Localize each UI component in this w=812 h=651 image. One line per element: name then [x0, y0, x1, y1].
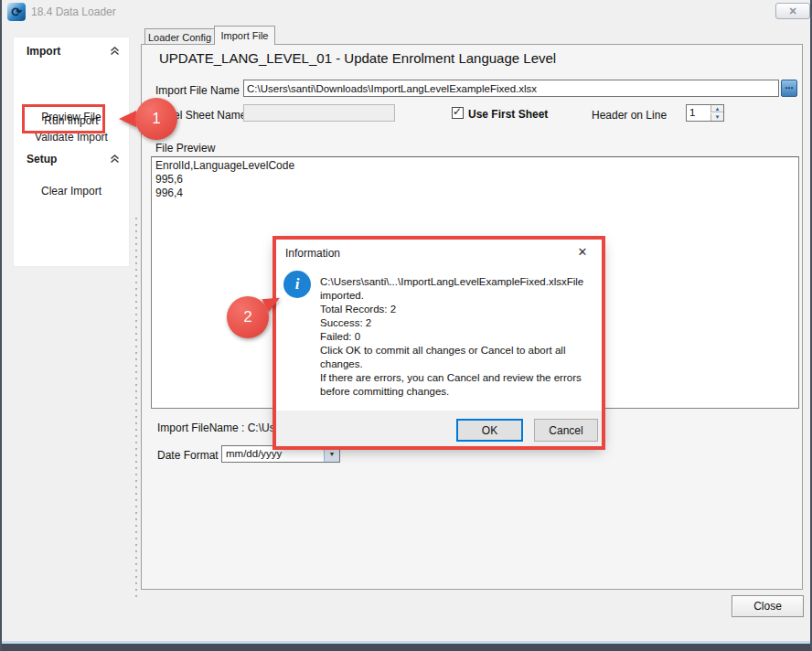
sidebar-group-import-header[interactable]: Import [14, 41, 129, 61]
sidebar-group-setup-header[interactable]: Setup [14, 149, 129, 169]
sidebar: Import Preview File Validate Import Run … [13, 37, 130, 267]
callout-tip [119, 111, 136, 127]
collapse-chevron-icon [110, 155, 120, 164]
spinner-down-icon: ▼ [715, 114, 721, 120]
app-logo-icon: ⟳ [7, 3, 26, 21]
header-on-line-value: 1 [689, 107, 695, 118]
sidebar-splitter[interactable] [135, 218, 137, 602]
import-file-name-label: Import File Name [155, 84, 240, 97]
callout-number: 1 [135, 98, 177, 140]
spinner-up-button[interactable]: ▲ [710, 105, 723, 112]
import-file-name-input[interactable] [243, 80, 779, 97]
excel-sheet-name-input [243, 104, 395, 122]
chevron-down-icon: ▼ [329, 451, 336, 457]
window-close-button[interactable]: ✕ [775, 3, 810, 19]
window-title: 18.4 Data Loader [31, 5, 116, 18]
check-icon: ✓ [453, 105, 462, 118]
title-bar: ⟳ 18.4 Data Loader ✕ [2, 0, 810, 24]
date-format-label: Date Format [157, 449, 219, 462]
spinner-down-button[interactable]: ▼ [710, 113, 723, 121]
use-first-sheet-label: Use First Sheet [468, 108, 548, 121]
ellipsis-icon: ... [785, 80, 793, 90]
app-window: ⟳ 18.4 Data Loader ✕ Import Preview File… [0, 0, 812, 651]
callout-number: 2 [227, 296, 269, 338]
use-first-sheet-checkbox[interactable]: ✓ [452, 107, 464, 119]
spinner-up-icon: ▲ [715, 106, 721, 112]
tab-import-file[interactable]: Import File [214, 26, 275, 45]
annotation-callout-1: 1 [117, 97, 177, 141]
sidebar-group-import-label: Import [27, 45, 60, 58]
browse-button[interactable]: ... [781, 80, 797, 97]
page-title: UPDATE_LANG_LEVEL_01 - Update Enrolment … [159, 50, 556, 66]
import-filename-status: Import FileName : C:\User [157, 422, 284, 434]
close-icon: ✕ [788, 5, 796, 17]
sidebar-group-setup-label: Setup [27, 153, 57, 165]
file-preview-label: File Preview [155, 142, 215, 155]
header-on-line-spinner[interactable]: 1 ▲ ▼ [686, 104, 724, 122]
close-button[interactable]: Close [732, 595, 804, 617]
tab-loader-config[interactable]: Loader Config [144, 28, 215, 45]
annotation-red-frame-dialog [272, 236, 605, 450]
collapse-chevron-icon [110, 47, 120, 56]
annotation-callout-2: 2 [227, 289, 278, 338]
window-bottom-border [2, 644, 810, 651]
header-on-line-label: Header on Line [592, 109, 667, 122]
annotation-red-frame-run-import [22, 104, 105, 133]
sidebar-item-clear-import[interactable]: Clear Import [14, 185, 129, 197]
